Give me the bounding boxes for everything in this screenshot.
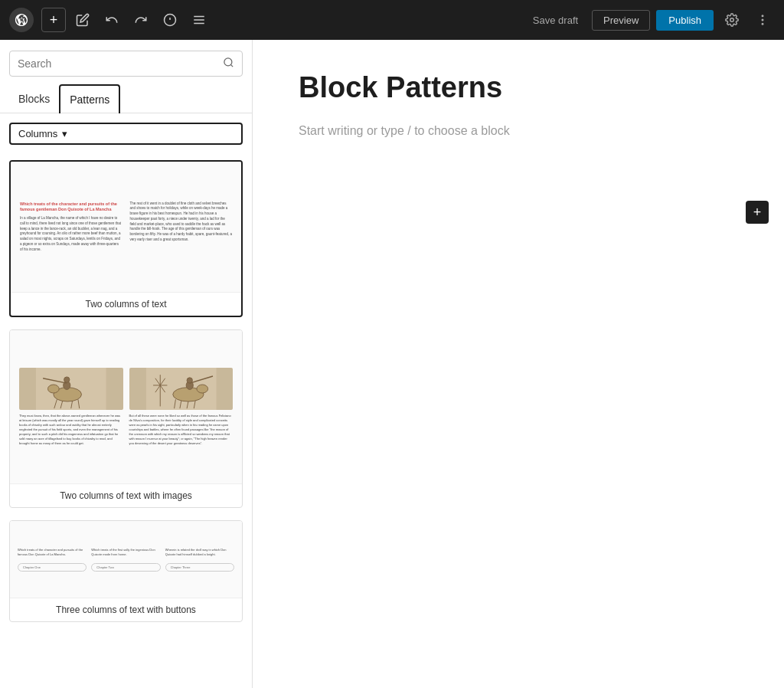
- col-img-right: But of all these were none he liked so w…: [129, 368, 234, 446]
- three-col-content: Which treats of the character and pursui…: [18, 548, 234, 572]
- col-img-left-image: [19, 368, 123, 410]
- svg-line-11: [230, 64, 233, 67]
- category-label: Columns: [18, 128, 57, 139]
- edit-button[interactable]: [70, 8, 95, 32]
- pattern-label-two-col: Two columns of text: [11, 292, 241, 316]
- svg-point-8: [762, 19, 763, 21]
- toolbar: + Save draft Preview Publish: [0, 0, 784, 40]
- tab-patterns[interactable]: Patterns: [59, 84, 120, 113]
- patterns-list: Which treats of the character and pursui…: [0, 154, 252, 688]
- sidebar-tabs: Blocks Patterns: [0, 84, 252, 113]
- three-col-item-2: Which treats of the first sally the inge…: [91, 548, 160, 572]
- pattern-card-two-col-img[interactable]: They must know, then, that the above-nam…: [9, 329, 243, 508]
- tab-blocks[interactable]: Blocks: [9, 85, 59, 113]
- svg-point-20: [64, 377, 70, 382]
- page-title: Block Patterns: [299, 70, 738, 106]
- undo-button[interactable]: [100, 8, 124, 32]
- search-bar: [9, 51, 243, 77]
- three-col-item-1: Which treats of the character and pursui…: [18, 548, 87, 572]
- svg-point-9: [762, 24, 763, 25]
- sidebar: Blocks Patterns Columns ▾ Which treats o…: [0, 40, 253, 688]
- more-options-button[interactable]: [750, 8, 775, 32]
- editor-placeholder[interactable]: Start writing or type / to choose a bloc…: [299, 124, 738, 138]
- two-col-img-content: They must know, then, that the above-nam…: [19, 368, 233, 446]
- col-img-right-image: [129, 368, 234, 410]
- settings-button[interactable]: [720, 8, 744, 32]
- svg-point-10: [224, 58, 232, 66]
- list-view-button[interactable]: [187, 8, 211, 32]
- pattern-label-two-col-img: Two columns of text with images: [10, 483, 242, 507]
- col-img-left: They must know, then, that the above-nam…: [19, 368, 123, 446]
- chevron-down-icon: ▾: [62, 128, 67, 139]
- pattern-preview-three-col: Which treats of the character and pursui…: [10, 521, 242, 598]
- pattern-card-two-col[interactable]: Which treats of the character and pursui…: [9, 160, 243, 317]
- preview-button[interactable]: Preview: [592, 10, 650, 31]
- search-input[interactable]: [18, 57, 223, 70]
- svg-point-7: [762, 15, 763, 17]
- main-layout: Blocks Patterns Columns ▾ Which treats o…: [0, 40, 784, 688]
- svg-point-24: [196, 385, 207, 393]
- info-button[interactable]: [158, 8, 182, 32]
- svg-point-14: [48, 385, 60, 393]
- search-icon[interactable]: [223, 57, 234, 70]
- save-draft-button[interactable]: Save draft: [525, 10, 586, 31]
- three-col-item-3: Wherein is related the droll way in whic…: [165, 548, 234, 572]
- toolbar-right: Save draft Preview Publish: [525, 8, 775, 32]
- pattern-label-three-col: Three columns of text with buttons: [10, 598, 242, 621]
- add-block-button[interactable]: +: [746, 201, 769, 224]
- publish-button[interactable]: Publish: [656, 10, 714, 31]
- pattern-card-three-col[interactable]: Which treats of the character and pursui…: [9, 520, 243, 622]
- pattern-preview-two-col: Which treats of the character and pursui…: [11, 162, 241, 292]
- col-left: Which treats of the character and pursui…: [20, 201, 122, 253]
- category-dropdown[interactable]: Columns ▾: [9, 123, 243, 145]
- wp-logo[interactable]: [9, 8, 34, 32]
- editor-area[interactable]: Block Patterns Start writing or type / t…: [253, 40, 784, 688]
- two-col-content: Which treats of the character and pursui…: [20, 201, 232, 253]
- svg-point-6: [730, 18, 734, 22]
- pattern-preview-two-col-img: They must know, then, that the above-nam…: [10, 330, 242, 483]
- add-block-toolbar-button[interactable]: +: [41, 8, 66, 32]
- redo-button[interactable]: [129, 8, 153, 32]
- col-right: The rest of it went in a doublet of fine…: [130, 201, 233, 253]
